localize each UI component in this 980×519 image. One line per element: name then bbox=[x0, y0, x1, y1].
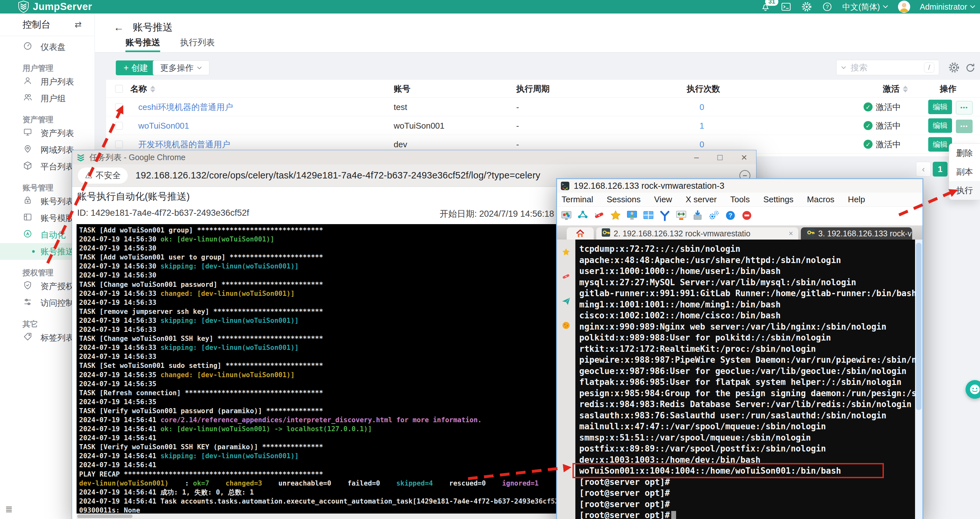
terminal-title-bar[interactable]: >_ 192.168.126.133 rock-vmwarestation-3 bbox=[557, 179, 923, 193]
terminal-menu-settings[interactable]: Settings bbox=[763, 195, 794, 205]
row-period: - bbox=[516, 121, 519, 130]
sidebar-item-2[interactable]: 用户列表 bbox=[0, 73, 95, 90]
current-user-menu[interactable]: Administrator bbox=[920, 2, 975, 11]
side-star-icon[interactable] bbox=[561, 247, 571, 258]
terminal-menu-x-server[interactable]: X server bbox=[686, 195, 717, 205]
sort-icon[interactable] bbox=[903, 86, 908, 93]
row-exec-count[interactable]: 1 bbox=[700, 121, 704, 130]
chrome-title-bar[interactable]: 任务列表 - Google Chrome – □ × bbox=[72, 150, 756, 164]
close-icon[interactable]: × bbox=[741, 151, 747, 163]
sidebar-item-5[interactable]: 资产列表 bbox=[0, 125, 95, 141]
key-icon bbox=[806, 228, 815, 239]
search-shortcut-key: / bbox=[924, 62, 934, 73]
row-menu-item-1[interactable]: 副本 bbox=[949, 162, 980, 181]
assistant-widget-button[interactable] bbox=[966, 380, 980, 399]
jumpserver-logo[interactable]: JumpServer bbox=[18, 1, 92, 13]
terminal-menu-terminal[interactable]: Terminal bbox=[562, 195, 593, 205]
row-account: test bbox=[394, 102, 407, 112]
lock-icon bbox=[23, 196, 32, 207]
row-account: dev bbox=[394, 139, 407, 149]
tab-execution-list[interactable]: 执行列表 bbox=[180, 37, 215, 52]
help-icon[interactable]: ? bbox=[822, 1, 833, 12]
maximize-icon[interactable]: □ bbox=[718, 152, 723, 162]
row-name-link[interactable]: woTuiSon001 bbox=[138, 121, 189, 130]
side-cookie-icon[interactable] bbox=[561, 321, 571, 332]
column-header-1[interactable]: 账号 bbox=[394, 83, 410, 94]
refresh-icon[interactable] bbox=[965, 62, 976, 75]
split-toolbar-icon[interactable] bbox=[642, 210, 654, 223]
tunnel-toolbar-icon[interactable] bbox=[659, 210, 671, 223]
terminal-session-tab-3[interactable]: 3. 192.168.126.133 rock-vmwarestati× bbox=[801, 227, 912, 240]
row-name-link[interactable]: 开发环境机器的普通用户 bbox=[138, 139, 230, 150]
switch-view-icon[interactable]: ⇄ bbox=[75, 20, 82, 30]
column-header-3[interactable]: 执行次数 bbox=[687, 83, 720, 94]
table-settings-gear-icon[interactable] bbox=[948, 62, 960, 75]
create-button[interactable]: +创建 bbox=[116, 60, 156, 75]
tab-account-push[interactable]: 账号推送 bbox=[126, 37, 160, 52]
more-actions-dots-button[interactable]: ••• bbox=[956, 120, 973, 133]
network-toolbar-icon[interactable] bbox=[577, 210, 589, 223]
row-checkbox[interactable] bbox=[115, 122, 123, 130]
column-header-4[interactable]: 激活 bbox=[883, 83, 908, 94]
tools-toolbar-icon[interactable] bbox=[593, 210, 605, 223]
sidebar-item-label: 仪表盘 bbox=[41, 41, 65, 53]
select-all-checkbox[interactable] bbox=[115, 85, 123, 93]
sidebar-collapse-icon[interactable]: ≣ bbox=[5, 504, 13, 514]
sidebar-item-label: 平台列表 bbox=[41, 161, 74, 172]
session-toolbar-icon[interactable] bbox=[560, 210, 573, 223]
edit-button[interactable]: 编辑 bbox=[928, 118, 952, 133]
pagination-prev-button[interactable]: ‹ bbox=[916, 162, 931, 176]
row-menu-item-0[interactable]: 删除 bbox=[949, 144, 980, 162]
stop-toolbar-icon[interactable] bbox=[741, 210, 753, 223]
sidebar-item-3[interactable]: 用户组 bbox=[0, 90, 95, 107]
help-toolbar-icon[interactable]: ? bbox=[724, 210, 737, 223]
terminal-menu-macros[interactable]: Macros bbox=[807, 195, 834, 205]
row-checkbox[interactable] bbox=[115, 141, 123, 148]
terminal-line: gitlab-runner:x:991:991:GitLab Runner:/h… bbox=[579, 288, 915, 299]
more-actions-dots-button[interactable]: ••• bbox=[956, 101, 973, 114]
terminal-menu-sessions[interactable]: Sessions bbox=[606, 195, 641, 205]
terminal-line: pipewire:x:988:987:PipeWire System Daemo… bbox=[579, 354, 915, 366]
row-exec-count[interactable]: 0 bbox=[700, 139, 704, 149]
terminal-menu-bar: TerminalSessionsViewX serverToolsSetting… bbox=[557, 193, 923, 207]
sort-icon[interactable] bbox=[150, 86, 155, 93]
status-label: 激活中 bbox=[876, 139, 901, 150]
column-header-2[interactable]: 执行周期 bbox=[516, 83, 550, 94]
terminal-session-tab-2[interactable]: 2. 192.168.126.132 rock-vmwarestatio× bbox=[596, 227, 798, 240]
search-input[interactable]: 搜索 / bbox=[836, 60, 939, 75]
column-header-5[interactable]: 操作 bbox=[940, 83, 956, 94]
side-knife-icon[interactable] bbox=[561, 272, 571, 283]
tab-close-icon[interactable]: × bbox=[789, 229, 793, 238]
package-toolbar-icon[interactable] bbox=[692, 210, 704, 223]
terminal-menu-tools[interactable]: Tools bbox=[730, 195, 750, 205]
acl-icon bbox=[23, 297, 32, 309]
row-name-link[interactable]: ceshi环境机器的普通用户 bbox=[138, 101, 233, 113]
check-icon: ✓ bbox=[864, 140, 873, 149]
terminal-home-tab[interactable] bbox=[567, 227, 594, 240]
terminal-scrollbar[interactable] bbox=[915, 240, 923, 519]
gears-toolbar-icon[interactable] bbox=[708, 210, 720, 223]
notification-bell-icon[interactable]: 31 bbox=[760, 1, 771, 12]
terminal-menu-help[interactable]: Help bbox=[848, 195, 865, 205]
edit-button[interactable]: 编辑 bbox=[928, 100, 952, 114]
terminal-menu-view[interactable]: View bbox=[654, 195, 672, 205]
row-period: - bbox=[516, 139, 519, 149]
chevron-down-icon bbox=[883, 5, 888, 9]
back-arrow[interactable]: ← bbox=[113, 22, 124, 33]
side-plane-icon[interactable] bbox=[561, 296, 571, 307]
column-header-0[interactable]: 名称 bbox=[130, 83, 155, 94]
terminal-line: mailnull:x:47:47::/var/spool/mqueue:/sbi… bbox=[579, 421, 915, 432]
sidebar-item-0[interactable]: 仪表盘 bbox=[0, 38, 95, 55]
rdp-toolbar-icon[interactable] bbox=[626, 210, 638, 223]
language-selector[interactable]: 中文(简体) bbox=[842, 2, 888, 12]
edit-button[interactable]: 编辑 bbox=[928, 137, 952, 151]
avatar[interactable] bbox=[898, 1, 910, 13]
settings-gear-icon[interactable] bbox=[801, 1, 812, 12]
pagination-page-1[interactable]: 1 bbox=[933, 162, 948, 176]
xserver-toolbar-icon[interactable] bbox=[675, 210, 687, 223]
row-exec-count[interactable]: 0 bbox=[700, 102, 704, 112]
more-actions-button[interactable]: 更多操作 bbox=[153, 60, 209, 75]
web-terminal-icon[interactable] bbox=[781, 1, 792, 12]
star-toolbar-icon[interactable] bbox=[609, 210, 622, 223]
minimize-icon[interactable]: – bbox=[694, 152, 698, 162]
